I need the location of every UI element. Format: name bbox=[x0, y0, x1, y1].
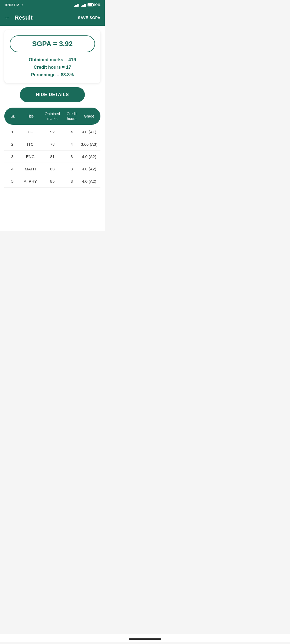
row-marks: 83 bbox=[41, 167, 63, 171]
alarm-icon: ⊙ bbox=[20, 3, 23, 7]
obtained-marks-stat: Obtained marks = 419 bbox=[29, 57, 76, 63]
signal-icon-1 bbox=[74, 3, 79, 7]
table-row: 2. ITC 78 4 3.66 (A3) bbox=[4, 138, 100, 151]
credit-hours-stat: Credit hours = 17 bbox=[34, 65, 71, 70]
row-marks: 85 bbox=[41, 179, 63, 184]
status-icons: 99% bbox=[74, 3, 100, 7]
result-stats: Obtained marks = 419 Credit hours = 17 P… bbox=[10, 57, 95, 78]
status-bar: 10:03 PM ⊙ bbox=[0, 0, 105, 10]
row-sr: 4. bbox=[6, 167, 19, 171]
battery-icon: 99% bbox=[88, 3, 100, 7]
percentage-stat: Percentage = 83.8% bbox=[31, 72, 74, 78]
row-sr: 2. bbox=[6, 142, 19, 147]
results-table: Sr. Title Obtained marks Credit hours Gr… bbox=[4, 108, 100, 188]
table-row: 4. MATH 83 3 4.0 (A2) bbox=[4, 163, 100, 175]
row-hours: 3 bbox=[63, 167, 80, 171]
row-grade: 4.0 (A1) bbox=[80, 130, 98, 134]
row-sr: 1. bbox=[6, 130, 19, 134]
table-header: Sr. Title Obtained marks Credit hours Gr… bbox=[4, 108, 100, 125]
header-credit-hours: Credit hours bbox=[63, 111, 80, 121]
row-title: PF bbox=[19, 130, 41, 134]
row-hours: 4 bbox=[63, 142, 80, 147]
row-marks: 78 bbox=[41, 142, 63, 147]
row-marks: 92 bbox=[41, 130, 63, 134]
row-marks: 81 bbox=[41, 154, 63, 159]
row-hours: 3 bbox=[63, 154, 80, 159]
table-row: 5. A. PHY 85 3 4.0 (A2) bbox=[4, 175, 100, 188]
battery-percent: 99% bbox=[94, 3, 100, 7]
row-title: MATH bbox=[19, 167, 41, 171]
row-sr: 5. bbox=[6, 179, 19, 184]
row-sr: 3. bbox=[6, 154, 19, 159]
header-title: Title bbox=[19, 114, 41, 119]
row-hours: 4 bbox=[63, 130, 80, 134]
main-content: SGPA = 3.92 Obtained marks = 419 Credit … bbox=[0, 26, 105, 192]
row-grade: 4.0 (A2) bbox=[80, 154, 98, 159]
app-bar: ← Result SAVE SGPA bbox=[0, 10, 105, 26]
header-sr: Sr. bbox=[6, 114, 19, 119]
row-grade: 4.0 (A2) bbox=[80, 179, 98, 184]
row-title: ITC bbox=[19, 142, 41, 147]
row-grade: 4.0 (A2) bbox=[80, 167, 98, 171]
status-time: 10:03 PM ⊙ bbox=[4, 3, 23, 7]
back-button[interactable]: ← bbox=[4, 14, 10, 21]
row-title: A. PHY bbox=[19, 179, 41, 184]
header-grade: Grade bbox=[80, 114, 98, 119]
signal-icon-2 bbox=[81, 3, 86, 7]
table-row: 1. PF 92 4 4.0 (A1) bbox=[4, 126, 100, 138]
row-title: ENG bbox=[19, 154, 41, 159]
sgpa-value: SGPA = 3.92 bbox=[32, 40, 73, 48]
row-hours: 3 bbox=[63, 179, 80, 184]
time-display: 10:03 PM bbox=[4, 3, 19, 7]
result-card: SGPA = 3.92 Obtained marks = 419 Credit … bbox=[4, 30, 100, 83]
hide-details-button[interactable]: HIDE DETAILS bbox=[20, 87, 85, 102]
sgpa-box: SGPA = 3.92 bbox=[10, 35, 95, 52]
header-obtained-marks: Obtained marks bbox=[41, 111, 63, 121]
page-title: Result bbox=[15, 14, 32, 21]
table-row: 3. ENG 81 3 4.0 (A2) bbox=[4, 151, 100, 163]
save-sgpa-button[interactable]: SAVE SGPA bbox=[78, 16, 100, 20]
row-grade: 3.66 (A3) bbox=[80, 142, 98, 147]
